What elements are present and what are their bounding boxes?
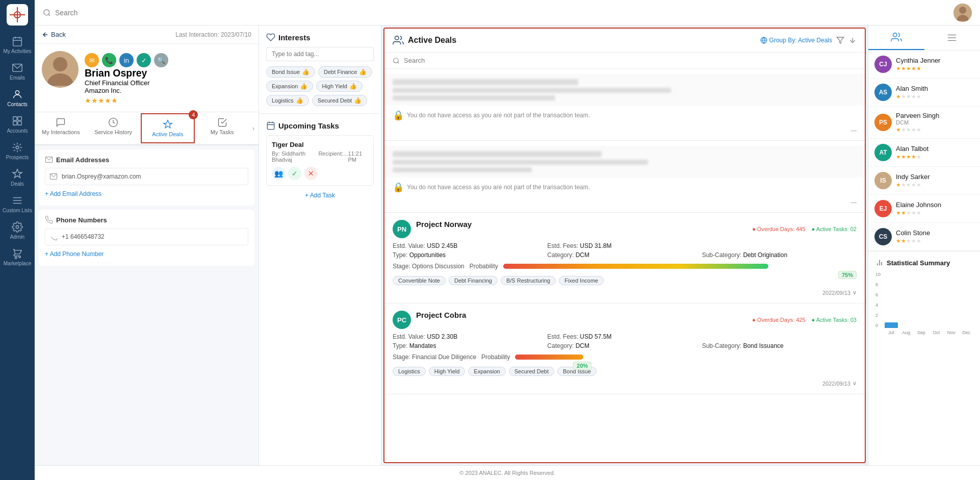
tag-high-yield: High Yield👍 <box>316 81 363 92</box>
svg-point-25 <box>53 57 67 71</box>
deal-norway-value: Estd. Value: USD 2.45B <box>393 242 547 249</box>
contacts-tab-icon <box>891 32 902 43</box>
sort-icon[interactable] <box>848 36 857 44</box>
search-profile-icon-btn[interactable]: 🔍 <box>154 53 168 67</box>
related-persons-tab[interactable] <box>924 26 981 50</box>
deal-norway-stage-label: Stage: Options Discussion <box>393 263 465 270</box>
contact-avatar-as: AS <box>874 84 892 101</box>
sidebar-item-contacts[interactable]: Contacts <box>0 85 35 111</box>
persons-tab-icon <box>946 32 958 43</box>
contact-row-parveen[interactable]: PS Parveen Singh DCM ★★★★★ <box>868 107 980 139</box>
tag-convertible-note: Convertible Note <box>393 276 446 285</box>
task-reject-btn[interactable]: ✕ <box>304 167 318 180</box>
deal-cobra-info: Estd. Value: USD 2.30B Estd. Fees: USD 5… <box>393 333 857 349</box>
deal-cobra-fees: Estd. Fees: USD 57.5M <box>547 333 702 340</box>
profile-company[interactable]: Amazon Inc. <box>85 87 168 94</box>
content-area: Back Last Interaction: 2023/07/10 ✉ 📞 in… <box>35 26 980 465</box>
contact-avatar-is: IS <box>874 172 892 189</box>
add-phone-link[interactable]: + Add Phone Number <box>45 248 248 260</box>
task-approve-btn[interactable]: ✓ <box>288 167 301 180</box>
user-avatar[interactable] <box>953 4 972 22</box>
upcoming-tasks-section: Upcoming Tasks Tiger Deal By: Siddharth … <box>259 114 381 208</box>
deals-header: Active Deals Group By: Active Deals <box>384 29 865 53</box>
sidebar-item-custom-lists[interactable]: Custom Lists <box>0 191 35 217</box>
contact-row-alan-smith[interactable]: AS Alan Smith ★★★★★ <box>868 79 980 107</box>
deal-norway-name[interactable]: Project Norway <box>416 220 472 229</box>
sidebar-item-accounts[interactable]: Accounts <box>0 111 35 138</box>
email-icon-btn[interactable]: ✉ <box>85 53 99 67</box>
deal-norway-category: Category: DCM <box>547 251 702 259</box>
profile-avatar <box>42 51 79 88</box>
contact-row-indy[interactable]: IS Indy Sarker ★★★★★ <box>868 167 980 195</box>
deal-cobra-tasks: ● Active Tasks: 03 <box>812 317 857 323</box>
related-contacts-tab[interactable] <box>868 26 924 50</box>
deal-cobra-name[interactable]: Project Cobra <box>416 311 466 319</box>
svg-point-38 <box>394 58 398 62</box>
contact-details-alan-smith: Alan Smith ★★★★★ <box>896 85 974 100</box>
upcoming-tasks-title: Upcoming Tasks <box>266 121 374 130</box>
tag-secured-debt: Secured Debt👍 <box>312 95 367 106</box>
deal-norway-progress: 75% <box>503 264 857 269</box>
lock-icon-2: 🔒 <box>393 182 404 193</box>
task-icon-btn[interactable]: ✓ <box>137 53 151 67</box>
sidebar: My Activities Emails Contacts Accounts P… <box>0 0 35 480</box>
linkedin-icon-btn[interactable]: in <box>119 53 134 67</box>
tag-logistics: Logistics👍 <box>266 95 309 106</box>
tag-input[interactable] <box>266 47 374 61</box>
group-by-button[interactable]: Group By: Active Deals <box>760 37 832 44</box>
deal-cobra-value: Estd. Value: USD 2.30B <box>393 333 547 340</box>
svg-rect-13 <box>18 121 21 125</box>
deals-header-icon <box>393 35 404 46</box>
sidebar-item-my-activities[interactable]: My Activities <box>0 32 35 58</box>
chart-label-nov: Nov <box>945 330 958 335</box>
sidebar-item-marketplace[interactable]: Marketplace <box>0 244 35 270</box>
sidebar-item-admin[interactable]: Admin <box>0 217 35 244</box>
deal-norway-overdue: ● Overdue Days: 445 <box>752 226 805 232</box>
sidebar-item-deals[interactable]: Deals <box>0 164 35 191</box>
tab-service-history[interactable]: Service History <box>87 112 140 144</box>
sidebar-item-emails[interactable]: Emails <box>0 58 35 85</box>
profile-title: Chief Financial Officer <box>85 79 168 87</box>
back-button[interactable]: Back <box>42 31 66 38</box>
task-actions: 👥 ✓ ✕ <box>272 167 368 180</box>
interests-icon <box>266 33 275 42</box>
contact-row-alan-talbot[interactable]: AT Alan Talbot ★★★★★ <box>868 139 980 167</box>
add-email-link[interactable]: + Add Email Address <box>45 188 248 199</box>
chart-label-dec: Dec <box>960 330 973 335</box>
deal-cobra-stage-label: Stage: Financial Due Diligence <box>393 353 476 361</box>
contact-row-cynthia[interactable]: CJ Cynthia Jenner ★★★★★ <box>868 50 980 79</box>
app-logo[interactable] <box>7 4 28 26</box>
tab-next-arrow[interactable]: › <box>248 112 259 144</box>
deal-cobra-date[interactable]: 2022/09/13 ∨ <box>393 380 857 387</box>
contact-row-elaine[interactable]: EJ Elaine Johnson ★★★★★ <box>868 195 980 223</box>
svg-point-9 <box>15 91 19 94</box>
deals-search-input[interactable] <box>404 57 857 64</box>
task-group-btn[interactable]: 👥 <box>272 167 285 180</box>
email-item: brian.Osprey@xamazon.com <box>45 168 248 185</box>
deal-project-norway: PN Project Norway ● Overdue Days: 445 ● … <box>384 213 865 304</box>
back-bar: Back Last Interaction: 2023/07/10 <box>35 26 259 44</box>
tab-active-deals[interactable]: 4 Active Deals <box>141 113 195 143</box>
deal-cobra-progress-bar <box>515 355 583 360</box>
interests-title: Interests <box>266 33 374 42</box>
email-addresses-section: Email Addresses brian.Osprey@xamazon.com… <box>39 149 254 206</box>
add-task-link[interactable]: + Add Task <box>266 190 374 201</box>
filter-icon[interactable] <box>836 36 844 44</box>
deal-cobra-progress: 20% <box>515 355 857 360</box>
last-interaction: Last Interaction: 2023/07/10 <box>175 31 251 38</box>
right-area: Active Deals Group By: Active Deals <box>381 26 980 465</box>
phone-section-title: Phone Numbers <box>45 216 248 224</box>
deal-norway-subcategory: Sub-Category: Debt Origination <box>702 251 857 259</box>
contact-row-colin[interactable]: CS Colin Stone ★★★★★ <box>868 223 980 251</box>
phone-icon-btn[interactable]: 📞 <box>102 53 116 67</box>
group-by-icon <box>760 37 767 44</box>
sidebar-item-prospects[interactable]: Prospects <box>0 138 35 164</box>
search-input[interactable] <box>55 9 953 17</box>
deal-norway-type: Type: Opportunities <box>393 251 547 259</box>
tag-cobra-logistics: Logistics <box>393 367 426 376</box>
tab-my-tasks[interactable]: My Tasks <box>196 112 248 144</box>
tabs-bar: My Interactions Service History 4 Active… <box>35 112 259 145</box>
tab-interactions[interactable]: My Interactions <box>35 112 87 144</box>
deal-norway-date[interactable]: 2022/09/13 ∨ <box>393 289 857 296</box>
phone-section-icon <box>45 216 53 224</box>
